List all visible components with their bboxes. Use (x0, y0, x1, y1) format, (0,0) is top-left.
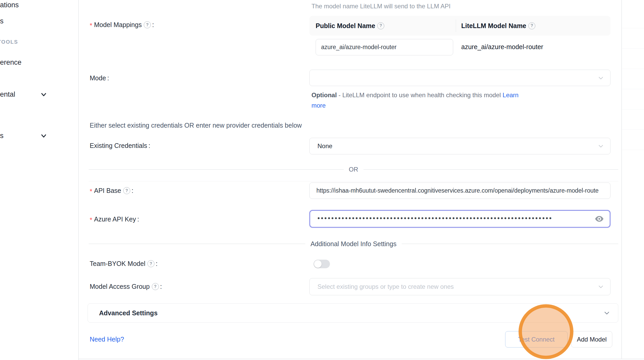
sidebar-item-label: ental (0, 90, 15, 98)
model-access-group-select[interactable]: Select existing groups or type to create… (309, 278, 610, 295)
or-divider-text: OR (349, 166, 358, 173)
existing-credentials-value: None (317, 142, 332, 150)
chevron-down-icon (598, 284, 604, 290)
sidebar-item-experimental[interactable]: ental (0, 90, 15, 99)
chevron-down-icon[interactable] (40, 91, 47, 98)
help-icon[interactable]: ? (123, 187, 130, 194)
existing-credentials-label: Existing Credentials : (90, 142, 150, 149)
background-row-line (622, 89, 644, 89)
sidebar-item[interactable]: s (0, 17, 4, 25)
credentials-note: Either select existing credentials OR en… (90, 122, 302, 129)
learn-more-link[interactable]: more (311, 102, 326, 109)
eye-icon (595, 215, 604, 222)
chevron-down-icon (598, 75, 604, 81)
model-access-group-placeholder: Select existing groups or type to create… (317, 283, 454, 290)
sidebar-item-settings[interactable]: s (0, 132, 4, 140)
divider-line (402, 244, 618, 244)
column-header-litellm-model-name: LiteLLM Model Name ? (461, 22, 535, 30)
required-asterisk: * (90, 216, 92, 224)
required-asterisk: * (90, 188, 92, 195)
mode-label: Mode : (90, 74, 109, 82)
help-icon[interactable]: ? (147, 260, 154, 267)
content-bottom-border (79, 359, 644, 359)
divider-line (363, 169, 619, 170)
sidebar-item-label: s (0, 132, 4, 140)
sidebar-item-reference[interactable]: erence (0, 58, 22, 67)
additional-info-divider: Additional Model Info Settings (89, 240, 618, 248)
help-icon[interactable]: ? (377, 22, 384, 29)
chevron-down-icon[interactable] (40, 133, 47, 139)
sidebar-item-label: ations (0, 1, 19, 9)
test-connect-button[interactable]: Test Connect (505, 331, 568, 348)
background-row-line (622, 28, 644, 28)
sidebar-content-divider (78, 0, 79, 360)
advanced-settings-title: Advanced Settings (99, 309, 158, 317)
column-header-public-model-name: Public Model Name ? (316, 22, 456, 30)
divider-line (89, 169, 344, 170)
toggle-password-visibility-button[interactable] (595, 215, 604, 223)
background-row-line (622, 150, 644, 150)
content-right-border (621, 0, 622, 359)
team-byok-toggle[interactable] (314, 260, 330, 268)
sidebar-item-organizations[interactable]: ations (0, 1, 19, 9)
background-row-line (622, 69, 644, 69)
add-model-button[interactable]: Add Model (571, 331, 612, 348)
azure-api-key-label: * Azure API Key : (90, 215, 139, 224)
sidebar-item-label: erence (0, 58, 22, 66)
need-help-link[interactable]: Need Help? (90, 336, 124, 343)
table-column-divider (456, 19, 456, 32)
api-base-label: * API Base ? : (90, 186, 133, 195)
existing-credentials-select[interactable]: None (309, 138, 610, 154)
model-mappings-label: * Model Mappings ? : (90, 20, 154, 29)
additional-info-divider-text: Additional Model Info Settings (310, 240, 396, 248)
azure-api-key-input[interactable]: ••••••••••••••••••••••••••••••••••••••••… (309, 210, 610, 228)
model-access-group-label: Model Access Group ? : (90, 283, 162, 290)
help-icon[interactable]: ? (144, 21, 151, 28)
chevron-down-icon (603, 310, 610, 316)
background-row-line (622, 109, 644, 109)
public-model-name-input[interactable] (316, 39, 453, 55)
add-model-screen: ations s TOOLS erence ental s The model … (0, 0, 644, 360)
model-mappings-table-header: Public Model Name ? LiteLLM Model Name ? (309, 16, 610, 36)
sidebar-section-tools: TOOLS (0, 39, 18, 45)
mode-select[interactable] (309, 70, 610, 86)
or-divider: OR (89, 165, 618, 174)
advanced-settings-panel[interactable]: Advanced Settings (88, 303, 618, 323)
help-icon[interactable]: ? (152, 283, 159, 290)
section-divider (89, 181, 618, 181)
toggle-knob (314, 260, 322, 268)
model-name-note: The model name LiteLLM will send to the … (311, 3, 451, 10)
masked-api-key-value: ••••••••••••••••••••••••••••••••••••••••… (317, 214, 557, 222)
api-base-input[interactable] (309, 182, 610, 199)
learn-more-link[interactable]: Learn (503, 91, 518, 99)
chevron-down-icon (598, 143, 604, 149)
mode-helper-text-line2: more (311, 102, 326, 109)
help-icon[interactable]: ? (528, 22, 535, 29)
background-row-line (622, 48, 644, 49)
sidebar-item-label: s (0, 17, 4, 25)
sidebar: ations s TOOLS erence ental s (0, 0, 78, 360)
team-byok-label: Team-BYOK Model ? : (90, 260, 158, 267)
required-asterisk: * (90, 22, 92, 29)
divider-line (89, 244, 305, 244)
litellm-model-name-value: azure_ai/azure-model-router (461, 43, 543, 51)
mode-helper-text: Optional - LiteLLM endpoint to use when … (311, 91, 518, 99)
background-row-line (622, 129, 644, 130)
